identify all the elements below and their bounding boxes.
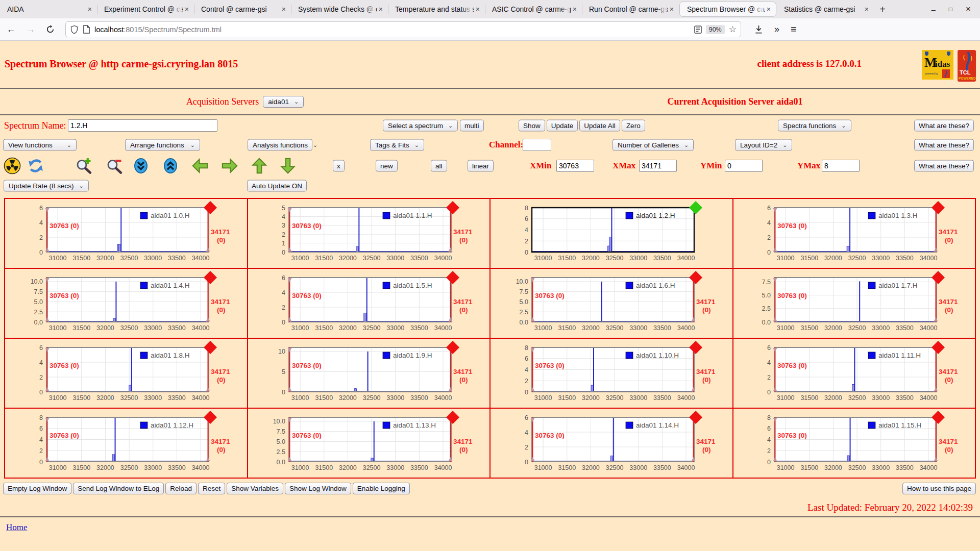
linear-button[interactable]: linear [468,160,494,172]
pan-down-button[interactable] [279,157,297,175]
maximize-icon[interactable]: □ [949,6,952,13]
shield-icon[interactable] [70,25,79,34]
analysis-functions-select[interactable]: Analysis functions⌄ [248,139,312,151]
zero-button[interactable]: Zero [622,120,645,132]
back-icon[interactable]: ← [3,21,19,38]
tab-close-icon[interactable]: × [86,5,94,14]
spectrum-cell[interactable]: 30763 (0)34171(0)aida01 1.6.H0.02.55.07.… [491,269,732,338]
browser-tab[interactable]: AIDA× [0,0,97,18]
spectrum-cell[interactable]: 30763 (0)34171(0)aida01 1.5.H02463100031… [248,269,490,338]
spectrum-plot[interactable]: 30763 (0)34171(0)aida01 1.8.H02463100031… [6,341,247,406]
new-button[interactable]: new [376,160,398,172]
zoom-out-button[interactable] [105,157,124,175]
spectrum-plot[interactable]: 30763 (0)34171(0)aida01 1.0.H02463100031… [6,201,247,266]
browser-tab[interactable]: System wide Checks @ c× [291,0,388,18]
spectrum-cell[interactable]: 30763 (0)34171(0)aida01 1.1.H01234531000… [248,199,490,268]
spectrum-plot[interactable]: 30763 (0)34171(0)aida01 1.4.H0.02.55.07.… [6,271,247,336]
show-log-window-button[interactable]: Show Log Window [285,483,351,494]
spectrum-cell[interactable]: 30763 (0)34171(0)aida01 1.10.H0246831000… [491,339,732,408]
forward-icon[interactable]: → [22,21,39,38]
spectrum-plot[interactable]: 30763 (0)34171(0)aida01 1.5.H02463100031… [248,271,489,336]
reload-button[interactable]: Reload [165,483,197,494]
close-icon[interactable]: × [966,4,971,14]
spectrum-cell[interactable]: 30763 (0)34171(0)aida01 1.13.H0.02.55.07… [248,409,490,478]
tab-close-icon[interactable]: × [183,5,191,14]
spectrum-plot[interactable]: 30763 (0)34171(0)aida01 1.7.H0.02.55.07.… [733,271,974,336]
how-to-use-button[interactable]: How to use this page [902,483,976,494]
collapse-y-button[interactable] [132,157,150,175]
browser-tab[interactable]: Control @ carme-gsi× [194,0,291,18]
spectrum-cell[interactable]: 30763 (0)34171(0)aida01 1.11.H0246310003… [733,339,975,408]
spectrum-plot[interactable]: 30763 (0)34171(0)aida01 1.14.H0246310003… [491,411,732,476]
spectrum-plot[interactable]: 30763 (0)34171(0)aida01 1.9.H05103100031… [248,341,489,406]
pan-up-button[interactable] [250,157,268,175]
tab-close-icon[interactable]: × [863,5,871,14]
browser-tab[interactable]: Spectrum Browser @ ca× [679,2,776,17]
tab-close-icon[interactable]: × [280,5,288,14]
app-menu-icon[interactable]: ≡ [791,23,797,35]
tab-close-icon[interactable]: × [377,5,385,14]
minimize-icon[interactable]: – [931,5,935,14]
spectrum-cell[interactable]: 30763 (0)34171(0)aida01 1.15.H0246831000… [733,409,975,478]
tags-fits-select[interactable]: Tags & Fits⌄ [370,139,424,151]
acquisition-server-select[interactable]: aida01⌄ [263,96,304,108]
midas-logo[interactable]: M idas powered by [922,50,953,80]
pan-right-button[interactable] [220,157,239,175]
url-bar[interactable]: localhost:8015/Spectrum/Spectrum.tml 90%… [65,21,741,37]
zero-spectra-button[interactable] [3,157,21,175]
x-button[interactable]: x [333,160,345,172]
pan-left-button[interactable] [191,157,209,175]
tab-close-icon[interactable]: × [668,5,676,14]
spectrum-name-input[interactable] [68,119,217,132]
what-are-these-button[interactable]: What are these? [914,139,974,151]
auto-update-button[interactable]: Auto Update ON [247,180,307,192]
spectrum-cell[interactable]: 30763 (0)34171(0)aida01 1.8.H02463100031… [5,339,247,408]
update-rate-select[interactable]: Update Rate (8 secs)⌄ [4,180,89,192]
spectrum-cell[interactable]: aida01 1.2.H0246831000315003200032500330… [491,199,732,268]
update-all-button[interactable]: Update All [579,120,620,132]
update-button[interactable]: Update [547,120,578,132]
show-variables-button[interactable]: Show Variables [227,483,283,494]
spectra-functions-select[interactable]: Spectra functions⌄ [778,120,851,132]
browser-tab[interactable]: Statistics @ carme-gsi× [777,0,874,18]
spectrum-plot[interactable]: 30763 (0)34171(0)aida01 1.13.H0.02.55.07… [248,411,489,476]
xmax-input[interactable] [639,160,677,172]
bookmark-star-icon[interactable]: ☆ [729,24,737,35]
empty-log-window-button[interactable]: Empty Log Window [3,483,71,494]
show-button[interactable]: Show [519,120,545,132]
spectrum-cell[interactable]: 30763 (0)34171(0)aida01 1.4.H0.02.55.07.… [5,269,247,338]
channel-input[interactable] [523,139,551,151]
zoom-in-button[interactable] [75,157,93,175]
arrange-functions-select[interactable]: Arrange functions⌄ [125,139,200,151]
browser-tab[interactable]: ASIC Control @ carme-g× [485,0,582,18]
spectrum-cell[interactable]: 30763 (0)34171(0)aida01 1.3.H02463100031… [733,199,975,268]
spectrum-cell[interactable]: 30763 (0)34171(0)aida01 1.7.H0.02.55.07.… [733,269,975,338]
spectrum-cell[interactable]: 30763 (0)34171(0)aida01 1.14.H0246310003… [491,409,732,478]
downloads-icon[interactable] [754,25,763,34]
home-link[interactable]: Home [6,522,28,532]
spectrum-plot[interactable]: 30763 (0)34171(0)aida01 1.15.H0246831000… [733,411,974,476]
new-tab-button[interactable]: + [874,0,891,18]
what-are-these-button[interactable]: What are these? [914,160,974,172]
xmin-input[interactable] [556,160,594,172]
spectrum-plot[interactable]: aida01 1.2.H0246831000315003200032500330… [491,201,732,266]
ymin-input[interactable] [725,160,763,172]
reload-icon[interactable] [42,21,58,38]
spectrum-plot[interactable]: 30763 (0)34171(0)aida01 1.12.H0246831000… [6,411,247,476]
spectrum-plot[interactable]: 30763 (0)34171(0)aida01 1.1.H01234531000… [248,201,489,266]
send-log-window-to-elog-button[interactable]: Send Log Window to ELog [73,483,164,494]
spectrum-plot[interactable]: 30763 (0)34171(0)aida01 1.6.H0.02.55.07.… [491,271,732,336]
reset-button[interactable]: Reset [198,483,225,494]
toolbar-overflow-icon[interactable]: » [774,24,779,35]
reader-view-icon[interactable] [694,26,702,34]
spectrum-plot[interactable]: 30763 (0)34171(0)aida01 1.11.H0246310003… [733,341,974,406]
browser-tab[interactable]: Run Control @ carme-gs× [582,0,679,18]
select-spectrum-select[interactable]: Select a spectrum⌄ [383,120,458,132]
tab-close-icon[interactable]: × [474,5,482,14]
page-info-icon[interactable] [83,25,90,34]
spectrum-cell[interactable]: 30763 (0)34171(0)aida01 1.9.H05103100031… [248,339,490,408]
browser-tab[interactable]: Experiment Control @ ca× [97,0,194,18]
tcl-powered-logo[interactable]: TCL POWERED [958,50,976,82]
spectrum-cell[interactable]: 30763 (0)34171(0)aida01 1.0.H02463100031… [5,199,247,268]
refresh-spectra-button[interactable] [27,157,45,175]
